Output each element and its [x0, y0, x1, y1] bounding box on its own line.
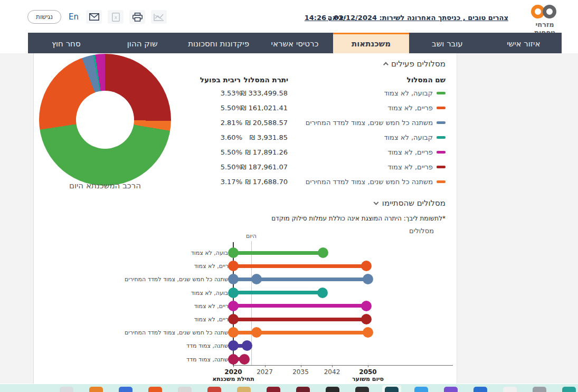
active-tracks-section-header[interactable]: מסלולים פעילים [383, 59, 446, 69]
taskbar-app-icon[interactable] [533, 387, 546, 392]
track-name: משתנה כל חמש שנים, צמוד למדד המחירים [306, 178, 446, 186]
taskbar-app-icon[interactable] [326, 387, 339, 392]
nav-tab-2[interactable]: משכנתאות [333, 33, 409, 53]
taskbar-app-icon[interactable] [89, 387, 103, 392]
logout-button[interactable]: יציאה [327, 14, 346, 22]
timeline-row-label: קבועה, לא צמוד [74, 289, 232, 296]
nav-tab-0[interactable]: איזור אישי [486, 33, 562, 53]
print-icon[interactable] [129, 10, 145, 24]
timeline-end-dot [361, 301, 372, 311]
timeline-end-dot [317, 288, 328, 298]
taskbar-app-icon[interactable] [503, 387, 517, 392]
track-rate: 2.81% [221, 119, 242, 127]
tracks-timeline-chart: היוםקבועה, לא צמודפריים, לא צמודמשתנה כל… [34, 233, 457, 384]
graph-icon[interactable] [151, 10, 167, 24]
track-color-dash-icon [437, 121, 446, 124]
taskbar-app-icon[interactable] [296, 387, 310, 392]
nav-tab-5[interactable]: שוק ההון [104, 33, 180, 53]
timeline-start-dot [228, 288, 239, 298]
track-rate: 5.50% [221, 148, 242, 156]
axis-tick [368, 365, 368, 367]
nav-tab-6[interactable]: סחר חוץ [28, 33, 104, 53]
page-header: מזרחי טפחות צהרים טובים , כניסתך האחרונה… [0, 0, 578, 33]
timeline-bar [233, 264, 366, 268]
taskbar-app-icon[interactable] [178, 387, 192, 392]
nav-tab-1[interactable]: עובר ושב [409, 33, 485, 53]
timeline-row-label: משתנה, צמוד מדד [74, 342, 232, 349]
col-track-balance: יתרת המסלול [244, 75, 288, 84]
timeline-bar [233, 291, 323, 294]
mortgage-composition-donut-chart [39, 54, 171, 186]
axis-tick [233, 365, 234, 367]
axis-tick-sublabel: תחילת משכנתא [212, 376, 254, 383]
nav-tab-4[interactable]: פיקדונות וחסכונות [181, 33, 257, 53]
main-nav: איזור אישיעובר ושבמשכנתאותכרטיסי אשראיפי… [28, 33, 562, 53]
timeline-start-dot [228, 354, 239, 365]
timeline-bar [233, 304, 366, 308]
track-name: קבועה, לא צמוד [384, 89, 446, 97]
bank-logo[interactable]: מזרחי טפחות [524, 4, 565, 36]
taskbar-app-icon[interactable] [237, 387, 251, 392]
timeline-end-dot [239, 354, 250, 365]
email-icon[interactable] [86, 10, 102, 24]
axis-tick-label: 2027 [257, 368, 273, 376]
taskbar-app-icon[interactable] [355, 387, 369, 392]
track-color-dash-icon [437, 166, 446, 168]
language-toggle[interactable]: En [67, 12, 80, 22]
timeline-end-dot [361, 314, 372, 324]
taskbar-app-icon[interactable] [473, 387, 487, 392]
mortgage-content-card: מסלולים פעילים שם המסלול יתרת המסלול ריב… [33, 53, 457, 384]
taskbar-app-icon[interactable] [385, 387, 399, 392]
axis-tick-label: 2020 [224, 368, 242, 376]
nav-tab-3[interactable]: כרטיסי אשראי [257, 33, 333, 53]
timeline-end-dot [363, 274, 373, 284]
track-color-dash-icon [437, 107, 446, 109]
timeline-start-dot [228, 261, 239, 271]
taskbar-app-icon[interactable] [60, 387, 73, 392]
timeline-end-dot [318, 247, 328, 258]
timeline-row-label: משתנה כל חמש שנים, צמוד למדד המחירים [74, 329, 232, 336]
track-color-dash-icon [437, 92, 446, 94]
timeline-end-dot [363, 327, 373, 338]
taskbar-app-icon[interactable] [414, 387, 428, 392]
taskbar-app-icon[interactable] [207, 387, 221, 392]
taskbar-app-icon[interactable] [119, 387, 132, 392]
timeline-row-label: פריים, לא צמוד [74, 316, 232, 323]
track-balance: ₪ 187,961.07 [241, 163, 288, 171]
track-color-dash-icon [437, 180, 446, 183]
timeline-row-label: משתנה כל חמש שנים, צמוד למדד המחירים [74, 276, 232, 283]
timeline-marker-dot [251, 327, 262, 338]
timeline-bar [233, 318, 366, 321]
os-taskbar [0, 384, 578, 392]
track-rate: 3.17% [221, 178, 242, 186]
axis-tick-label: 2035 [292, 368, 309, 376]
donut-chart-title: הרכב המשכנתא היום [39, 181, 171, 190]
taskbar-app-icon[interactable] [148, 387, 162, 392]
taskbar-app-icon[interactable] [444, 387, 458, 392]
excel-export-icon[interactable]: x [108, 10, 124, 24]
taskbar-app-icon[interactable] [267, 387, 280, 392]
track-balance: ₪ 3,931.85 [250, 133, 288, 141]
timeline-start-dot [228, 247, 239, 258]
svg-text:x: x [114, 15, 117, 20]
track-rate: 5.50% [221, 163, 242, 171]
logo-gray-loop [543, 5, 556, 18]
header-tools: נגישות En x [27, 10, 167, 24]
timeline-row-label: פריים, לא צמוד [74, 263, 232, 270]
timeline-x-axis [233, 365, 453, 366]
track-color-dash-icon [437, 136, 446, 139]
taskbar-app-icon[interactable] [562, 387, 576, 392]
axis-tick-label: 2042 [324, 368, 340, 376]
finished-tracks-section-header[interactable]: מסלולים שהסתיימו [374, 198, 446, 208]
accessibility-button[interactable]: נגישות [27, 10, 61, 24]
chevron-down-icon [373, 200, 378, 205]
track-color-dash-icon [437, 151, 446, 154]
track-balance: ₪ 20,588.57 [245, 119, 288, 127]
timeline-row-label: משתנה, צמוד מדד [74, 356, 232, 362]
infinity-logo-icon [528, 4, 562, 20]
finished-tracks-title: מסלולים שהסתיימו [382, 198, 446, 208]
axis-tick [265, 365, 266, 367]
active-tracks-title: מסלולים פעילים [391, 59, 446, 69]
timeline-marker-dot [251, 274, 262, 284]
track-balance: ₪ 333,499.58 [241, 89, 288, 97]
